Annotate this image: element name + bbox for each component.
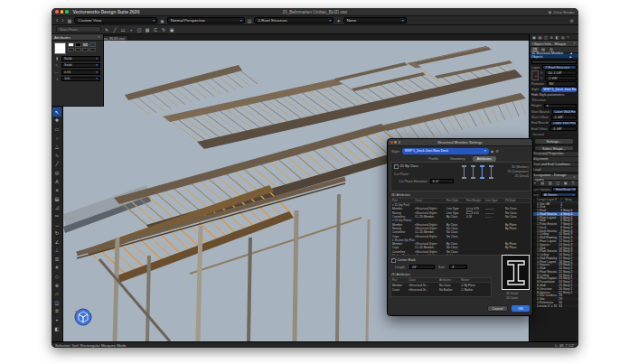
design-layers-tab-icon[interactable]: ▤ <box>540 181 547 186</box>
y-field[interactable]: -2 3/8" <box>545 76 577 80</box>
attribute-dropdown[interactable]: Solid▾ <box>61 56 100 61</box>
member-preview-icon[interactable] <box>471 165 475 179</box>
member-preview-icon[interactable] <box>489 165 493 179</box>
start-bound-dropdown[interactable]: Layer Wall Height▾ <box>552 109 577 114</box>
close-icon[interactable]: ✕ <box>573 42 576 45</box>
dialog-style-dropdown[interactable]: WSP 5_Deck Joist New Deck▾ <box>402 148 489 154</box>
plus-mode-icon[interactable]: ＋ <box>127 26 135 33</box>
object-info-icon[interactable]: ▣ <box>532 35 536 40</box>
rotate-tool-icon[interactable]: ↻ <box>52 229 61 238</box>
hide-style-toggle[interactable]: Hide Style parameters <box>531 93 564 97</box>
circle-tool-icon[interactable]: ○ <box>52 134 61 143</box>
color-chip[interactable] <box>89 48 96 52</box>
references-tab-icon[interactable]: ⎘ <box>570 181 577 186</box>
gear-icon[interactable]: ⚙ <box>570 18 574 23</box>
ok-button[interactable]: OK <box>512 305 530 312</box>
end-offset-field[interactable]: -5 3/8" <box>549 126 577 131</box>
start-offset-field[interactable]: -5 3/8" <box>551 115 577 119</box>
line-tool-icon[interactable]: ╱ <box>52 160 61 169</box>
cut-plane-elevation-field[interactable]: 4'-0" <box>430 179 454 183</box>
angle-dimension-tool-icon[interactable]: ∠ <box>52 238 61 247</box>
dialog-title-bar[interactable]: Structural Member Settings <box>388 139 532 146</box>
viewports-tab-icon[interactable]: ◫ <box>555 181 562 186</box>
polygon-tool-icon[interactable]: △ <box>52 142 61 151</box>
snapping-icon[interactable]: ⊕ <box>549 35 553 40</box>
hatch-tool-icon[interactable]: ≡ <box>52 185 61 194</box>
rotation-field[interactable]: 90° <box>547 81 577 86</box>
back-forward-arrows[interactable]: ‹ › <box>56 17 65 23</box>
saved-view-dropdown[interactable]: Custom View▾ <box>74 17 157 23</box>
attributes-3d-table[interactable]: PartClassPen StylePen WeightLine TypeFil… <box>390 198 531 256</box>
object-info-title[interactable]: Object Info - Shape✕ <box>530 41 578 47</box>
attribute-dropdown[interactable]: 0.05▾ <box>61 70 100 75</box>
cancel-button[interactable]: Cancel <box>487 305 508 312</box>
freehand-tool-icon[interactable]: ∿ <box>52 151 61 160</box>
x-field[interactable]: 50'-1 5/8" <box>545 70 577 75</box>
stepper-arrows-icon[interactable]: ◀ ▶ <box>569 51 577 59</box>
magnify-mode-icon[interactable]: ▣ <box>168 26 175 33</box>
sheet-layers-tab-icon[interactable]: ▥ <box>547 181 554 186</box>
end-bound-dropdown[interactable]: Layer Wall Height▾ <box>550 121 577 126</box>
help-icon[interactable]: ? <box>567 35 568 40</box>
length-field[interactable]: 24" <box>409 265 435 269</box>
lasso-mode-icon[interactable]: ◫ <box>136 26 143 33</box>
user-account[interactable]: ◉ Zeke Binder <box>548 10 575 14</box>
attribute-table-row[interactable]: Cover<Structural-St...No Marker☐ Marker <box>391 287 491 292</box>
add-tool-icon[interactable]: + <box>52 315 61 324</box>
insert-tool-icon[interactable]: ⊕ <box>52 281 61 290</box>
point-tool-icon[interactable]: ◎ <box>52 168 61 177</box>
settings-button[interactable]: Settings... <box>534 138 574 145</box>
attributes-2d-table[interactable]: PartClassAttributesMarkerMember<Structur… <box>390 277 492 297</box>
member-preview-icon-selected[interactable] <box>480 165 484 179</box>
navigation-palette-title[interactable]: Navigation - Design Layers✕ <box>530 174 578 181</box>
slab-tool-icon[interactable]: ◿ <box>52 203 61 212</box>
text-tool-icon[interactable]: A <box>52 177 61 186</box>
close-window-icon[interactable] <box>55 10 59 14</box>
minimize-window-icon[interactable] <box>61 10 64 14</box>
symbol-tool-icon[interactable]: ◇ <box>52 272 61 281</box>
mode-dropdown[interactable]: Start Point <box>56 26 101 33</box>
pan-tool-icon[interactable]: ✚ <box>52 117 61 126</box>
close-icon[interactable]: ✕ <box>98 35 100 39</box>
color-chip[interactable] <box>82 48 89 52</box>
active-layer-dropdown[interactable]: 2-Roof Structure▾ <box>254 17 333 23</box>
eye-icon[interactable]: ◉ <box>491 149 494 154</box>
gear-icon[interactable]: ⚙ <box>495 149 499 154</box>
wall-tool-icon[interactable]: ▤ <box>52 194 61 203</box>
resource-manager-icon[interactable]: ◫ <box>544 35 548 40</box>
grid-tool-icon[interactable]: # <box>52 264 61 273</box>
trim-tool-icon[interactable]: ✂ <box>52 211 61 220</box>
color-chip[interactable] <box>68 48 74 52</box>
move-tool-icon[interactable]: ↔ <box>52 220 61 229</box>
center-mark-checkbox[interactable]: ✓ Center Mark <box>391 258 416 263</box>
attribute-table-row[interactable]: Member<Structural-St...No Class☑ By Plan… <box>391 283 491 287</box>
by-class-checkbox[interactable]: ✓ 2D By Class <box>394 164 418 169</box>
constraint-tool-icon[interactable]: ⊥ <box>52 247 61 256</box>
saved-views-tab-icon[interactable]: ▣ <box>562 181 569 186</box>
layers-tool-icon[interactable]: ≣ <box>52 307 61 316</box>
layer-row[interactable]: Density 0" x 70"31 <box>530 304 578 308</box>
story-dropdown[interactable]: All Stories▾ <box>541 192 577 197</box>
rotate-mode-icon[interactable]: ↻ <box>160 26 167 33</box>
reference-point-widget[interactable] <box>531 70 539 80</box>
marquee-mode-icon[interactable]: ▭ <box>119 26 127 33</box>
layer-options-dropdown[interactable]: Show/Snap Others▾ <box>552 187 577 191</box>
member-preview-icon[interactable] <box>462 165 466 179</box>
visualization-icon[interactable]: ◍ <box>561 35 565 40</box>
height-field[interactable]: 8" <box>544 104 577 108</box>
grid-mode-icon[interactable]: ▦ <box>144 26 151 33</box>
zoom-window-icon[interactable] <box>65 10 69 14</box>
color-chip[interactable] <box>89 42 96 47</box>
name-field[interactable] <box>531 60 577 64</box>
navigation-icon[interactable]: ▤ <box>538 35 541 40</box>
select-shape-button[interactable]: Select Shape... <box>534 145 574 152</box>
attribute-dropdown[interactable]: Solid▾ <box>61 63 100 69</box>
selection-tool-icon[interactable]: ↖ <box>52 107 61 117</box>
rectangle-tool-icon[interactable]: ▭ <box>52 125 61 134</box>
section-tool-icon[interactable]: ◫ <box>52 298 61 307</box>
constrain-mode-icon[interactable]: C <box>152 26 159 33</box>
interactive-scaling-icon[interactable]: ✎ <box>103 26 110 33</box>
size-field[interactable]: 4" <box>449 265 467 269</box>
fill-color-swatch[interactable] <box>54 42 66 54</box>
style-dropdown[interactable]: WSP 5_Deck Joist New Deck▾ <box>541 88 577 92</box>
